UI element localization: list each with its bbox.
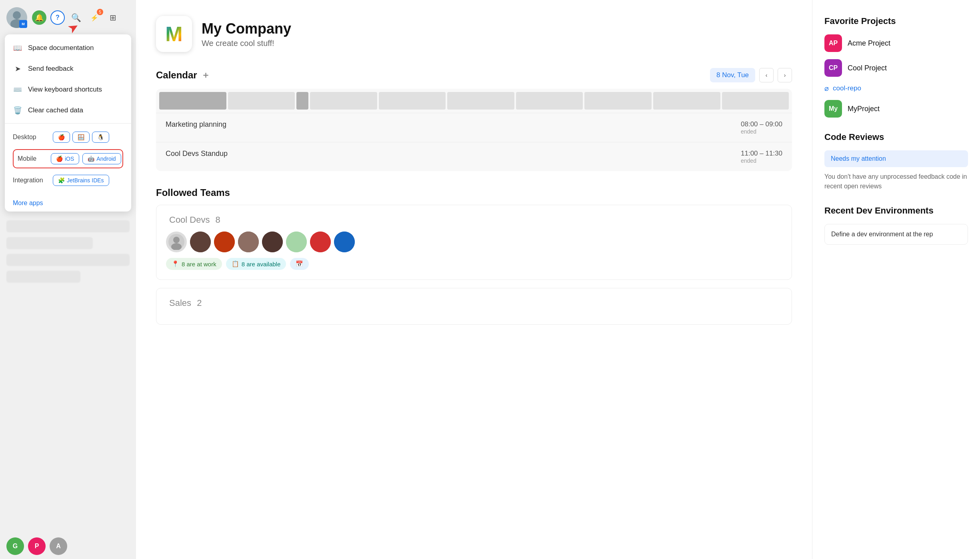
team-avatar-1[interactable] xyxy=(166,232,187,252)
bell-icon[interactable]: 🔔 xyxy=(32,10,46,25)
integration-label: Integration xyxy=(13,177,49,184)
help-dropdown-menu: 📖 Space documentation ➤ Send feedback ⌨️… xyxy=(5,34,131,212)
calendar-section: Calendar ＋ 8 Nov, Tue ‹ › xyxy=(156,68,792,171)
lightning-icon[interactable]: ⚡ 5 xyxy=(87,10,102,25)
calendar-header: Calendar ＋ 8 Nov, Tue ‹ › xyxy=(156,68,792,82)
tag-calendar[interactable]: 📅 xyxy=(290,258,309,270)
ios-btn[interactable]: 🍎 iOS xyxy=(51,153,79,164)
blurred-item-4 xyxy=(6,271,80,283)
more-apps-link[interactable]: More apps xyxy=(5,198,131,208)
tag-available[interactable]: 📋 8 are available xyxy=(226,258,286,270)
desktop-row: Desktop 🍎 🪟 🐧 xyxy=(13,132,123,143)
dev-env-card[interactable]: Define a dev environment at the rep xyxy=(824,224,968,245)
followed-teams-section: Followed Teams Cool Devs 8 xyxy=(156,187,792,325)
calendar-nav: 8 Nov, Tue ‹ › xyxy=(710,68,792,82)
calendar-add-btn[interactable]: ＋ xyxy=(201,69,210,81)
svg-point-1 xyxy=(13,11,21,19)
team-avatars-cool-devs xyxy=(166,232,782,252)
team-avatar-8[interactable] xyxy=(334,232,355,252)
calendar-next-btn[interactable]: › xyxy=(778,68,792,82)
team-avatar-3[interactable] xyxy=(214,232,235,252)
android-btn[interactable]: 🤖 Android xyxy=(82,153,121,164)
send-feedback-label: Send feedback xyxy=(28,65,73,73)
lightning-badge: 5 xyxy=(97,9,103,15)
calendar-grid: Marketing planning 08:00 – 09:00 ended C… xyxy=(156,89,792,171)
company-info: My Company We create cool stuff! xyxy=(202,20,291,48)
add-icon[interactable]: ⊞ xyxy=(106,10,120,25)
timeline-block-9 xyxy=(653,92,720,110)
calendar-event-1[interactable]: Marketing planning 08:00 – 09:00 ended xyxy=(156,113,792,142)
avatar-badge: M xyxy=(19,20,27,28)
svg-point-7 xyxy=(214,232,235,252)
clear-cache-label: Clear cached data xyxy=(28,106,83,114)
menu-item-keyboard-shortcuts[interactable]: ⌨️ View keyboard shortcuts xyxy=(5,79,131,100)
team-avatar-2[interactable] xyxy=(190,232,211,252)
bottom-avatar-3[interactable]: A xyxy=(50,537,67,555)
favorite-item-myproject[interactable]: My MyProject xyxy=(824,100,968,118)
keyboard-shortcuts-label: View keyboard shortcuts xyxy=(28,86,102,94)
repo-item[interactable]: ⌀ cool-repo xyxy=(824,84,968,93)
company-name: My Company xyxy=(202,20,291,37)
event-status-1: ended xyxy=(741,128,782,135)
right-panel: Favorite Projects AP Acme Project CP Coo… xyxy=(812,0,980,559)
myproject-icon: My xyxy=(824,100,842,118)
svg-point-10 xyxy=(286,232,307,252)
menu-item-space-doc[interactable]: 📖 Space documentation xyxy=(5,38,131,58)
team-name-sales: Sales 2 xyxy=(166,298,782,308)
calendar-event-2[interactable]: Cool Devs Standup 11:00 – 11:30 ended xyxy=(156,142,792,171)
space-doc-label: Space documentation xyxy=(28,44,94,52)
calendar-title: Calendar ＋ xyxy=(156,69,210,81)
followed-teams-title: Followed Teams xyxy=(156,187,230,198)
timeline-block-1 xyxy=(159,92,226,110)
bottom-avatar-1[interactable]: G xyxy=(6,537,24,555)
needs-attention-badge[interactable]: Needs my attention xyxy=(824,150,968,167)
svg-point-11 xyxy=(310,232,331,252)
event-name-1: Marketing planning xyxy=(166,120,226,129)
help-icon[interactable]: ? xyxy=(50,10,65,25)
apple-btn[interactable]: 🍎 xyxy=(53,132,70,143)
trash-icon: 🗑️ xyxy=(13,106,22,115)
timeline-block-6 xyxy=(447,92,514,110)
calendar-events: Marketing planning 08:00 – 09:00 ended C… xyxy=(156,113,792,171)
tag-at-work[interactable]: 📍 8 are at work xyxy=(166,258,222,270)
mobile-row: Mobile 🍎 iOS 🤖 Android xyxy=(13,149,123,168)
timeline-block-8 xyxy=(584,92,652,110)
team-avatar-6[interactable] xyxy=(286,232,307,252)
windows-btn[interactable]: 🪟 xyxy=(72,132,90,143)
svg-point-8 xyxy=(238,232,259,252)
timeline-block-3 xyxy=(296,92,308,110)
blurred-item-2 xyxy=(6,237,93,249)
event-time-1: 08:00 – 09:00 xyxy=(741,120,782,128)
calendar-prev-btn[interactable]: ‹ xyxy=(759,68,774,82)
keyboard-icon: ⌨️ xyxy=(13,85,22,94)
team-avatar-4[interactable] xyxy=(238,232,259,252)
event-time-2: 11:00 – 11:30 xyxy=(741,150,782,158)
user-avatar-container[interactable]: M xyxy=(6,7,27,28)
event-status-2: ended xyxy=(741,158,782,164)
bottom-avatar-2[interactable]: P xyxy=(28,537,46,555)
integration-row: Integration 🧩 JetBrains IDEs xyxy=(13,175,123,186)
favorite-item-acme[interactable]: AP Acme Project xyxy=(824,34,968,52)
recent-dev-title: Recent Dev Environments xyxy=(824,206,968,216)
followed-teams-header: Followed Teams xyxy=(156,187,792,198)
svg-point-6 xyxy=(190,232,211,252)
timeline-block-7 xyxy=(516,92,583,110)
menu-item-send-feedback[interactable]: ➤ Send feedback xyxy=(5,58,131,79)
repo-name: cool-repo xyxy=(833,84,861,92)
linux-btn[interactable]: 🐧 xyxy=(92,132,109,143)
team-count-sales: 2 xyxy=(197,298,202,308)
timeline-block-2 xyxy=(228,92,295,110)
jetbrains-btn[interactable]: 🧩 JetBrains IDEs xyxy=(53,175,109,186)
calendar-timeline xyxy=(156,89,792,113)
team-avatar-5[interactable] xyxy=(262,232,283,252)
team-avatar-7[interactable] xyxy=(310,232,331,252)
event-time-group-1: 08:00 – 09:00 ended xyxy=(741,120,782,135)
acme-name: Acme Project xyxy=(848,39,890,48)
calendar-date-badge: 8 Nov, Tue xyxy=(710,68,755,82)
company-logo: M xyxy=(156,16,192,52)
main-content: M My Company We create cool stuff! Calen… xyxy=(136,0,812,559)
favorite-item-cool[interactable]: CP Cool Project xyxy=(824,59,968,77)
acme-icon: AP xyxy=(824,34,842,52)
menu-item-clear-cache[interactable]: 🗑️ Clear cached data xyxy=(5,100,131,121)
myproject-name: MyProject xyxy=(848,105,880,113)
